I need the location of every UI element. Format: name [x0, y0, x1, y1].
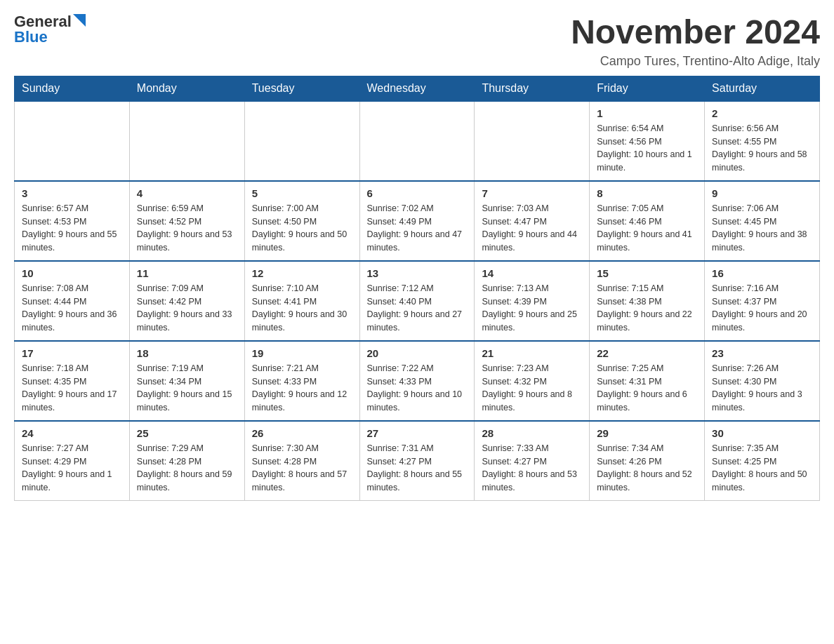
day-number: 30	[712, 427, 812, 439]
day-info: Sunrise: 7:19 AMSunset: 4:34 PMDaylight:…	[137, 362, 237, 415]
day-info: Sunrise: 6:56 AMSunset: 4:55 PMDaylight:…	[712, 122, 812, 175]
day-info: Sunrise: 6:59 AMSunset: 4:52 PMDaylight:…	[137, 202, 237, 255]
calendar-week-row: 17Sunrise: 7:18 AMSunset: 4:35 PMDayligh…	[15, 341, 820, 421]
day-number: 15	[597, 267, 697, 279]
day-number: 10	[22, 267, 122, 279]
day-info: Sunrise: 7:00 AMSunset: 4:50 PMDaylight:…	[252, 202, 352, 255]
calendar-cell: 3Sunrise: 6:57 AMSunset: 4:53 PMDaylight…	[15, 181, 130, 261]
calendar-week-row: 10Sunrise: 7:08 AMSunset: 4:44 PMDayligh…	[15, 261, 820, 341]
day-info: Sunrise: 7:18 AMSunset: 4:35 PMDaylight:…	[22, 362, 122, 415]
calendar-cell: 20Sunrise: 7:22 AMSunset: 4:33 PMDayligh…	[359, 341, 475, 421]
day-number: 27	[367, 427, 468, 439]
day-number: 3	[22, 187, 122, 199]
day-info: Sunrise: 6:54 AMSunset: 4:56 PMDaylight:…	[597, 122, 697, 175]
calendar-cell: 17Sunrise: 7:18 AMSunset: 4:35 PMDayligh…	[15, 341, 130, 421]
day-number: 9	[712, 187, 812, 199]
day-info: Sunrise: 7:16 AMSunset: 4:37 PMDaylight:…	[712, 282, 812, 335]
day-info: Sunrise: 7:15 AMSunset: 4:38 PMDaylight:…	[597, 282, 697, 335]
day-number: 28	[482, 427, 582, 439]
day-of-week-header: Sunday	[15, 76, 130, 101]
calendar-cell: 25Sunrise: 7:29 AMSunset: 4:28 PMDayligh…	[129, 421, 244, 501]
calendar-cell: 7Sunrise: 7:03 AMSunset: 4:47 PMDaylight…	[475, 181, 590, 261]
day-number: 11	[137, 267, 237, 279]
day-number: 20	[367, 347, 468, 359]
day-info: Sunrise: 7:34 AMSunset: 4:26 PMDaylight:…	[597, 442, 697, 495]
day-number: 14	[482, 267, 582, 279]
day-number: 6	[367, 187, 468, 199]
day-of-week-header: Wednesday	[359, 76, 475, 101]
day-number: 12	[252, 267, 352, 279]
day-number: 2	[712, 107, 812, 119]
calendar-cell	[244, 101, 359, 181]
calendar-cell: 13Sunrise: 7:12 AMSunset: 4:40 PMDayligh…	[359, 261, 475, 341]
calendar-cell	[475, 101, 590, 181]
title-area: November 2024 Campo Tures, Trentino-Alto…	[571, 14, 820, 69]
day-number: 29	[597, 427, 697, 439]
calendar-cell: 24Sunrise: 7:27 AMSunset: 4:29 PMDayligh…	[15, 421, 130, 501]
day-info: Sunrise: 7:12 AMSunset: 4:40 PMDaylight:…	[367, 282, 468, 335]
day-info: Sunrise: 7:27 AMSunset: 4:29 PMDaylight:…	[22, 442, 122, 495]
calendar-cell	[15, 101, 130, 181]
calendar-cell: 9Sunrise: 7:06 AMSunset: 4:45 PMDaylight…	[705, 181, 820, 261]
calendar-table: SundayMondayTuesdayWednesdayThursdayFrid…	[14, 76, 820, 501]
day-info: Sunrise: 7:10 AMSunset: 4:41 PMDaylight:…	[252, 282, 352, 335]
day-number: 13	[367, 267, 468, 279]
day-number: 25	[137, 427, 237, 439]
day-of-week-header: Saturday	[705, 76, 820, 101]
day-of-week-header: Thursday	[475, 76, 590, 101]
day-number: 26	[252, 427, 352, 439]
month-title: November 2024	[571, 14, 820, 51]
day-number: 4	[137, 187, 237, 199]
day-of-week-header: Monday	[129, 76, 244, 101]
location-subtitle: Campo Tures, Trentino-Alto Adige, Italy	[571, 54, 820, 69]
day-number: 5	[252, 187, 352, 199]
day-of-week-header: Tuesday	[244, 76, 359, 101]
day-number: 22	[597, 347, 697, 359]
calendar-cell: 14Sunrise: 7:13 AMSunset: 4:39 PMDayligh…	[475, 261, 590, 341]
day-info: Sunrise: 7:31 AMSunset: 4:27 PMDaylight:…	[367, 442, 468, 495]
calendar-cell	[359, 101, 475, 181]
day-info: Sunrise: 7:03 AMSunset: 4:47 PMDaylight:…	[482, 202, 582, 255]
day-number: 24	[22, 427, 122, 439]
calendar-cell: 22Sunrise: 7:25 AMSunset: 4:31 PMDayligh…	[590, 341, 705, 421]
day-number: 17	[22, 347, 122, 359]
day-info: Sunrise: 7:30 AMSunset: 4:28 PMDaylight:…	[252, 442, 352, 495]
calendar-cell: 27Sunrise: 7:31 AMSunset: 4:27 PMDayligh…	[359, 421, 475, 501]
calendar-week-row: 1Sunrise: 6:54 AMSunset: 4:56 PMDaylight…	[15, 101, 820, 181]
day-info: Sunrise: 7:33 AMSunset: 4:27 PMDaylight:…	[482, 442, 582, 495]
calendar-week-row: 24Sunrise: 7:27 AMSunset: 4:29 PMDayligh…	[15, 421, 820, 501]
calendar-cell: 10Sunrise: 7:08 AMSunset: 4:44 PMDayligh…	[15, 261, 130, 341]
calendar-cell: 23Sunrise: 7:26 AMSunset: 4:30 PMDayligh…	[705, 341, 820, 421]
calendar-cell: 26Sunrise: 7:30 AMSunset: 4:28 PMDayligh…	[244, 421, 359, 501]
svg-marker-0	[73, 14, 86, 27]
calendar-cell: 2Sunrise: 6:56 AMSunset: 4:55 PMDaylight…	[705, 101, 820, 181]
day-info: Sunrise: 7:26 AMSunset: 4:30 PMDaylight:…	[712, 362, 812, 415]
day-info: Sunrise: 7:13 AMSunset: 4:39 PMDaylight:…	[482, 282, 582, 335]
day-number: 7	[482, 187, 582, 199]
calendar-cell: 28Sunrise: 7:33 AMSunset: 4:27 PMDayligh…	[475, 421, 590, 501]
day-number: 18	[137, 347, 237, 359]
day-number: 8	[597, 187, 697, 199]
calendar-cell: 21Sunrise: 7:23 AMSunset: 4:32 PMDayligh…	[475, 341, 590, 421]
day-info: Sunrise: 7:22 AMSunset: 4:33 PMDaylight:…	[367, 362, 468, 415]
logo-triangle-icon	[73, 14, 86, 27]
calendar-cell: 30Sunrise: 7:35 AMSunset: 4:25 PMDayligh…	[705, 421, 820, 501]
calendar-cell: 1Sunrise: 6:54 AMSunset: 4:56 PMDaylight…	[590, 101, 705, 181]
logo-blue-text: Blue	[14, 29, 48, 45]
calendar-cell: 4Sunrise: 6:59 AMSunset: 4:52 PMDaylight…	[129, 181, 244, 261]
calendar-week-row: 3Sunrise: 6:57 AMSunset: 4:53 PMDaylight…	[15, 181, 820, 261]
calendar-cell: 6Sunrise: 7:02 AMSunset: 4:49 PMDaylight…	[359, 181, 475, 261]
day-info: Sunrise: 7:05 AMSunset: 4:46 PMDaylight:…	[597, 202, 697, 255]
calendar-cell	[129, 101, 244, 181]
day-number: 21	[482, 347, 582, 359]
day-info: Sunrise: 7:02 AMSunset: 4:49 PMDaylight:…	[367, 202, 468, 255]
logo: General Blue	[14, 14, 86, 45]
calendar-cell: 16Sunrise: 7:16 AMSunset: 4:37 PMDayligh…	[705, 261, 820, 341]
day-info: Sunrise: 7:08 AMSunset: 4:44 PMDaylight:…	[22, 282, 122, 335]
day-number: 1	[597, 107, 697, 119]
logo-general-text: General	[14, 14, 72, 29]
day-info: Sunrise: 7:29 AMSunset: 4:28 PMDaylight:…	[137, 442, 237, 495]
calendar-cell: 12Sunrise: 7:10 AMSunset: 4:41 PMDayligh…	[244, 261, 359, 341]
calendar-cell: 15Sunrise: 7:15 AMSunset: 4:38 PMDayligh…	[590, 261, 705, 341]
day-info: Sunrise: 7:09 AMSunset: 4:42 PMDaylight:…	[137, 282, 237, 335]
